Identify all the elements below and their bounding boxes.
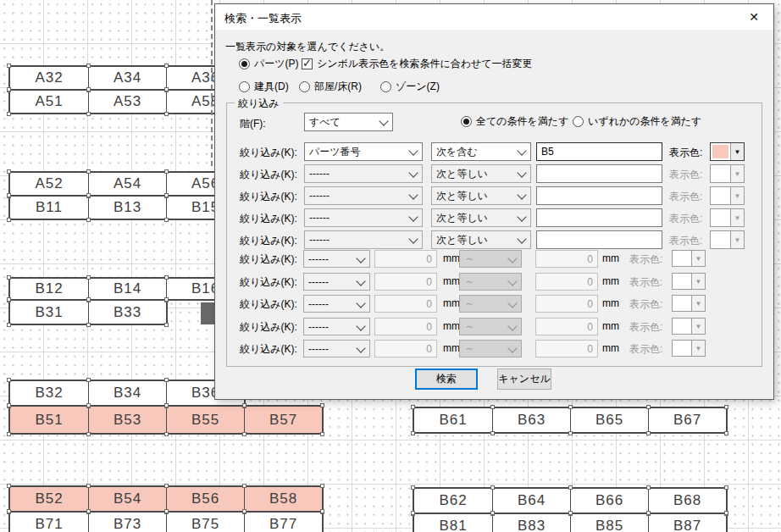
- cell-handle[interactable]: [86, 218, 91, 222]
- display-color-swatch[interactable]: ▼: [710, 164, 745, 183]
- display-color-swatch[interactable]: ▼: [672, 295, 706, 312]
- filter-condition-select[interactable]: 次を含む: [431, 142, 531, 161]
- cell-handle[interactable]: [568, 405, 573, 409]
- cell-handle[interactable]: [164, 87, 169, 91]
- cell-handle[interactable]: [7, 297, 11, 302]
- cell[interactable]: B66: [570, 489, 648, 513]
- cell-handle[interactable]: [164, 378, 169, 382]
- search-button[interactable]: 検索: [415, 369, 478, 390]
- cell[interactable]: B34: [88, 381, 166, 405]
- cell-handle[interactable]: [490, 485, 495, 490]
- cell-handle[interactable]: [490, 511, 495, 515]
- cell-handle[interactable]: [320, 509, 324, 513]
- cell[interactable]: A54: [88, 173, 166, 195]
- cell[interactable]: B61: [414, 408, 492, 432]
- cell-handle[interactable]: [164, 403, 169, 407]
- cell-handle[interactable]: [86, 323, 91, 327]
- radio-match-all[interactable]: 全ての条件を満たす: [461, 114, 568, 129]
- cell-handle[interactable]: [7, 509, 11, 513]
- cell-handle[interactable]: [7, 432, 11, 436]
- cell[interactable]: B55: [166, 407, 244, 433]
- cell-handle[interactable]: [164, 218, 169, 222]
- range-operator-select[interactable]: ～: [459, 340, 522, 357]
- cell-handle[interactable]: [724, 511, 728, 515]
- cell-handle[interactable]: [164, 169, 169, 174]
- range-min-input[interactable]: 0: [374, 250, 437, 268]
- cell-handle[interactable]: [320, 432, 324, 436]
- cell[interactable]: B57: [244, 407, 322, 433]
- filter-field-select[interactable]: ------: [303, 250, 370, 268]
- cell[interactable]: B56: [166, 487, 244, 511]
- cell-handle[interactable]: [568, 431, 573, 435]
- cell-handle[interactable]: [411, 485, 415, 490]
- cell[interactable]: B85: [570, 514, 648, 532]
- cell[interactable]: B71: [10, 513, 88, 532]
- filter-field-select[interactable]: ------: [303, 273, 370, 291]
- cell[interactable]: B51: [10, 407, 88, 433]
- cell-handle[interactable]: [568, 511, 573, 515]
- filter-field-select[interactable]: ------: [304, 208, 423, 227]
- radio-zones[interactable]: ゾーン(Z): [380, 80, 440, 94]
- cell-handle[interactable]: [164, 64, 169, 68]
- filter-field-select[interactable]: ------: [304, 186, 423, 205]
- cell-handle[interactable]: [7, 87, 11, 91]
- cell[interactable]: B77: [244, 513, 322, 532]
- cell-handle[interactable]: [7, 275, 11, 280]
- cell-handle[interactable]: [164, 193, 169, 197]
- cell-handle[interactable]: [7, 323, 11, 327]
- cell[interactable]: B32: [10, 381, 88, 405]
- cell-handle[interactable]: [86, 193, 91, 197]
- filter-field-select[interactable]: パーツ番号: [304, 142, 423, 161]
- display-color-swatch[interactable]: ▼: [672, 318, 706, 335]
- cell[interactable]: B83: [492, 514, 570, 532]
- cell-handle[interactable]: [646, 485, 651, 490]
- cell[interactable]: B13: [88, 197, 166, 219]
- cell[interactable]: B14: [88, 279, 166, 299]
- cell-handle[interactable]: [7, 484, 11, 488]
- filter-value-input[interactable]: [536, 186, 662, 205]
- cell[interactable]: A32: [10, 67, 88, 89]
- cell-handle[interactable]: [86, 112, 91, 116]
- radio-match-any[interactable]: いずれかの条件を満たす: [573, 114, 701, 129]
- cell[interactable]: B12: [10, 279, 88, 299]
- cell-handle[interactable]: [724, 405, 728, 409]
- radio-rooms[interactable]: 部屋/床(R): [299, 80, 362, 94]
- cell-handle[interactable]: [7, 378, 11, 382]
- cell-handle[interactable]: [86, 484, 91, 488]
- cancel-button[interactable]: キャンセル: [497, 369, 551, 390]
- cell[interactable]: B73: [88, 513, 166, 532]
- filter-condition-select[interactable]: 次と等しい: [431, 208, 531, 227]
- cell-handle[interactable]: [242, 484, 246, 488]
- filter-value-input[interactable]: B5: [536, 142, 662, 161]
- cell-handle[interactable]: [7, 218, 11, 222]
- range-max-input[interactable]: 0: [535, 340, 598, 357]
- cell-handle[interactable]: [7, 403, 11, 407]
- cell[interactable]: A34: [88, 67, 166, 89]
- cell[interactable]: B65: [570, 408, 648, 432]
- range-operator-select[interactable]: ～: [459, 318, 522, 335]
- cell-handle[interactable]: [7, 193, 11, 197]
- cell-handle[interactable]: [411, 511, 415, 515]
- cell[interactable]: B11: [10, 197, 88, 219]
- cell-handle[interactable]: [7, 169, 11, 174]
- cell-handle[interactable]: [7, 64, 11, 68]
- display-color-swatch[interactable]: ▼: [672, 340, 706, 357]
- close-icon[interactable]: ✕: [742, 8, 766, 25]
- cell-handle[interactable]: [242, 432, 246, 436]
- cell-handle[interactable]: [646, 405, 651, 409]
- display-color-swatch[interactable]: ▼: [710, 230, 745, 249]
- range-operator-select[interactable]: ～: [459, 250, 522, 268]
- cell-handle[interactable]: [724, 485, 728, 490]
- cell-handle[interactable]: [411, 431, 415, 435]
- cell-handle[interactable]: [164, 432, 169, 436]
- range-operator-select[interactable]: ～: [459, 273, 522, 291]
- cell-handle[interactable]: [86, 432, 91, 436]
- cell-handle[interactable]: [164, 323, 169, 327]
- range-max-input[interactable]: 0: [535, 318, 598, 335]
- filter-field-select[interactable]: ------: [304, 164, 423, 183]
- cell[interactable]: B81: [414, 514, 492, 532]
- cell-handle[interactable]: [86, 509, 91, 513]
- cell-handle[interactable]: [320, 484, 324, 488]
- range-min-input[interactable]: 0: [374, 340, 437, 357]
- cell-handle[interactable]: [568, 485, 573, 490]
